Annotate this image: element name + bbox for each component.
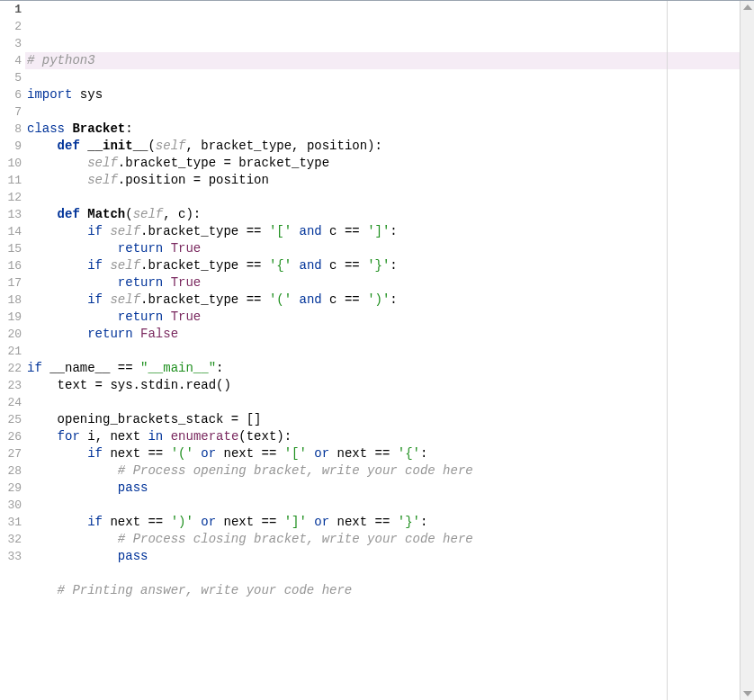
code-token — [163, 241, 170, 256]
code-line[interactable]: return False — [25, 326, 740, 343]
code-line[interactable]: pass — [25, 480, 740, 497]
code-token: c == — [322, 258, 367, 273]
code-line[interactable]: return True — [25, 309, 740, 326]
code-token — [292, 292, 299, 307]
code-line[interactable]: if self.bracket_type == '[' and c == ']'… — [25, 223, 740, 240]
code-token: def — [58, 139, 80, 153]
code-token: next == — [216, 446, 284, 461]
line-number: 26 — [0, 428, 22, 445]
code-token — [292, 224, 299, 238]
line-number-gutter: 1234567891011121314151617181920212223242… — [0, 1, 25, 700]
line-number: 16 — [0, 257, 22, 274]
code-token: or — [201, 515, 216, 529]
code-line[interactable] — [25, 497, 740, 514]
code-token: False — [140, 327, 178, 341]
code-token — [27, 139, 58, 153]
code-token: , c): — [163, 207, 201, 221]
line-number: 32 — [0, 531, 22, 548]
code-line[interactable]: # python3 — [25, 52, 740, 69]
code-token: self — [156, 139, 186, 153]
code-line[interactable]: if next == '(' or next == '[' or next ==… — [25, 445, 740, 462]
code-line[interactable]: self.bracket_type = bracket_type — [25, 155, 740, 172]
code-line[interactable]: # Process closing bracket, write your co… — [25, 531, 740, 548]
code-token — [27, 463, 118, 478]
code-token: import — [27, 87, 72, 102]
code-token: True — [171, 310, 202, 324]
code-token — [27, 156, 87, 170]
code-token: self — [110, 258, 140, 273]
code-token: or — [314, 446, 329, 461]
code-token: # python3 — [27, 53, 95, 67]
code-token — [27, 532, 118, 546]
code-line[interactable]: if next == ')' or next == ']' or next ==… — [25, 514, 740, 531]
code-line[interactable]: return True — [25, 240, 740, 257]
code-line[interactable] — [25, 189, 740, 206]
code-token: ( — [148, 139, 155, 153]
line-number: 3 — [0, 35, 22, 52]
code-line[interactable] — [25, 599, 740, 616]
code-text-area[interactable]: # python3import sysclass Bracket: def __… — [25, 1, 740, 700]
code-line[interactable] — [25, 103, 740, 121]
code-token: text = sys.stdin.read() — [27, 378, 231, 392]
code-line[interactable]: if self.bracket_type == '(' and c == ')'… — [25, 292, 740, 309]
code-token — [27, 327, 87, 341]
code-line[interactable]: class Bracket: — [25, 121, 740, 138]
line-number: 5 — [0, 69, 22, 86]
code-line[interactable]: def __init__(self, bracket_type, positio… — [25, 138, 740, 155]
line-number: 27 — [0, 445, 22, 462]
code-token: self — [87, 173, 118, 187]
code-token: next == — [103, 515, 171, 529]
code-editor[interactable]: 1234567891011121314151617181920212223242… — [0, 1, 754, 700]
code-line[interactable]: # Process opening bracket, write your co… — [25, 462, 740, 480]
code-line[interactable]: pass — [25, 548, 740, 565]
code-token: # Process opening bracket, write your co… — [118, 463, 473, 478]
code-line[interactable]: text = sys.stdin.read() — [25, 377, 740, 394]
code-token — [27, 310, 118, 324]
line-number: 29 — [0, 480, 22, 497]
code-token: .bracket_type = bracket_type — [118, 156, 329, 170]
code-line[interactable]: def Match(self, c): — [25, 206, 740, 223]
code-token: next == — [329, 515, 398, 529]
line-number: 23 — [0, 377, 22, 394]
code-line[interactable]: opening_brackets_stack = [] — [25, 411, 740, 428]
code-token: (text): — [238, 429, 292, 444]
code-token: ']' — [367, 224, 390, 238]
code-token: self — [87, 156, 118, 170]
code-token: __name__ == — [42, 361, 140, 375]
code-line[interactable]: # Printing answer, write your code here — [25, 582, 740, 599]
code-token — [163, 429, 170, 444]
code-line[interactable] — [25, 394, 740, 411]
code-line[interactable] — [25, 69, 740, 86]
line-number: 28 — [0, 462, 22, 480]
line-number: 33 — [0, 548, 22, 565]
vertical-scrollbar[interactable] — [740, 1, 754, 700]
code-line[interactable]: import sys — [25, 86, 740, 103]
code-token: return — [118, 310, 163, 324]
line-number: 11 — [0, 172, 22, 189]
code-line[interactable]: self.position = position — [25, 172, 740, 189]
line-number: 9 — [0, 138, 22, 155]
code-token: if — [87, 224, 103, 238]
code-token: class — [27, 121, 65, 136]
code-token: self — [110, 224, 140, 238]
code-token: in — [148, 429, 163, 444]
line-number: 24 — [0, 394, 22, 411]
line-number: 6 — [0, 86, 22, 103]
code-line[interactable] — [25, 565, 740, 582]
code-token — [292, 258, 299, 273]
code-token: c == — [322, 292, 367, 307]
code-token: ( — [125, 207, 132, 221]
code-token: True — [171, 275, 202, 290]
code-line[interactable]: if self.bracket_type == '{' and c == '}'… — [25, 257, 740, 274]
code-line[interactable]: return True — [25, 274, 740, 292]
code-token: if — [87, 446, 103, 461]
line-number: 30 — [0, 497, 22, 514]
code-line[interactable]: if __name__ == "__main__": — [25, 360, 740, 377]
code-token — [27, 583, 58, 597]
code-line[interactable]: for i, next in enumerate(text): — [25, 428, 740, 445]
code-token: enumerate — [171, 429, 239, 444]
line-number: 20 — [0, 326, 22, 343]
line-number: 1 — [0, 1, 22, 18]
code-token: '}' — [367, 258, 390, 273]
code-line[interactable] — [25, 343, 740, 360]
